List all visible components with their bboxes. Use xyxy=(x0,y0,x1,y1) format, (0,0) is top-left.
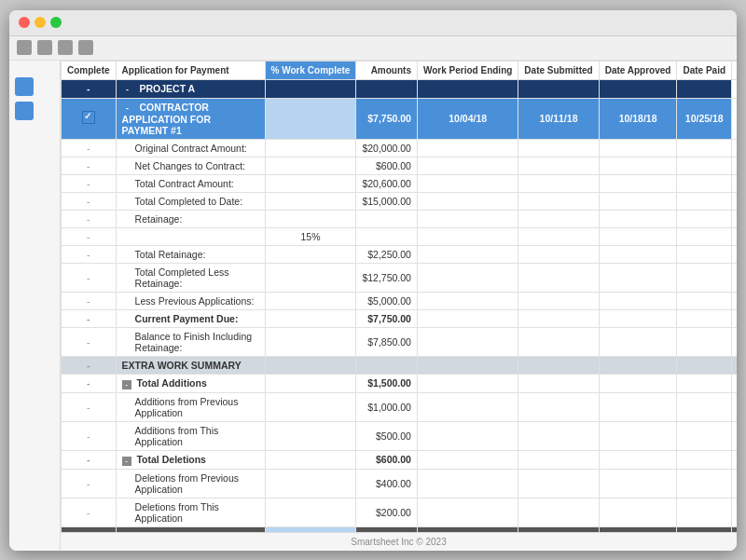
project-a-complete: - xyxy=(62,79,117,98)
d6-complete: - xyxy=(62,227,117,245)
left-sidebar xyxy=(9,61,61,551)
td-dp xyxy=(677,450,732,469)
d8-complete: - xyxy=(62,263,117,292)
d1-complete: - xyxy=(62,139,117,157)
ap-dp xyxy=(677,392,732,421)
ap-wp xyxy=(417,392,518,421)
d9-label: Less Previous Applications: xyxy=(116,292,265,309)
ta-expand-icon[interactable]: - xyxy=(122,380,131,389)
dp-amount: $400.00 xyxy=(356,469,418,498)
d1-label: Original Contract Amount: xyxy=(116,139,265,157)
d3-label: Total Contract Amount: xyxy=(116,174,265,192)
d9-amount: $5,000.00 xyxy=(356,292,418,309)
ap-ds xyxy=(518,392,599,421)
d3-wp xyxy=(417,174,518,192)
d8-ds xyxy=(518,263,599,292)
dt-amount: $200.00 xyxy=(356,498,418,526)
contractor1-date-sub: 10/11/18 xyxy=(518,98,599,139)
d9-complete: - xyxy=(62,292,117,309)
d10-dp xyxy=(677,309,732,327)
d4-pct xyxy=(265,192,356,210)
header-amounts: Amounts xyxy=(356,61,418,79)
dt-own xyxy=(732,498,737,526)
d9-ds xyxy=(518,292,599,309)
project-a-owner xyxy=(732,79,737,98)
d10-own xyxy=(732,309,737,327)
d1-pct xyxy=(265,139,356,157)
minimize-button[interactable] xyxy=(35,17,46,28)
toolbar-icon-2[interactable] xyxy=(37,40,52,55)
detail-row-total-retainage: - Total Retainage: $2,250.00 xyxy=(62,245,738,263)
d5-amount xyxy=(356,210,418,227)
project-a-date-appr xyxy=(599,79,677,98)
dt-da xyxy=(599,498,677,526)
table-wrapper[interactable]: Complete Application for Payment % Work … xyxy=(61,61,737,532)
d5-dp xyxy=(677,210,732,227)
at-own xyxy=(732,421,737,450)
deletions-this-row: - Deletions from This Application $200.0… xyxy=(62,498,738,526)
toolbar-icon-3[interactable] xyxy=(58,40,73,55)
contractor1-expand-icon[interactable]: - xyxy=(122,102,133,114)
dp-ds xyxy=(518,469,599,498)
d9-dp xyxy=(677,292,732,309)
dt-label: Deletions from This Application xyxy=(116,498,265,526)
maximize-button[interactable] xyxy=(50,17,62,28)
dp-da xyxy=(599,469,677,498)
d1-da xyxy=(599,139,677,157)
toolbar-icons xyxy=(17,40,93,55)
d8-dp xyxy=(677,263,732,292)
d3-dp xyxy=(677,174,732,192)
globe-icon[interactable] xyxy=(15,77,34,96)
dt-dp xyxy=(677,498,732,526)
deletions-prev-row: - Deletions from Previous Application $4… xyxy=(62,469,738,498)
td-expand-icon[interactable]: - xyxy=(122,457,131,466)
ap-label: Additions from Previous Application xyxy=(116,392,265,421)
detail-row-current-payment: - Current Payment Due: $7,750.00 xyxy=(62,309,738,327)
d7-pct xyxy=(265,245,356,263)
dt-wp xyxy=(417,498,518,526)
d10-ds xyxy=(518,309,599,327)
d3-ds xyxy=(518,174,599,192)
detail-row-original: - Original Contract Amount: $20,000.00 xyxy=(62,139,738,157)
d9-own xyxy=(732,292,737,309)
ta-dp xyxy=(677,374,732,392)
chat-icon[interactable] xyxy=(15,102,34,120)
d8-own xyxy=(732,263,737,292)
at-complete: - xyxy=(62,421,117,450)
project-a-name: PROJECT A xyxy=(139,83,195,94)
d4-da xyxy=(599,192,677,210)
d2-wp xyxy=(417,157,518,174)
d1-wp xyxy=(417,139,518,157)
header-work-period-ending: Work Period Ending xyxy=(417,61,518,79)
d2-dp xyxy=(677,157,732,174)
ta-ds xyxy=(518,374,599,392)
td-own xyxy=(732,450,737,469)
d7-dp xyxy=(677,245,732,263)
main-table: Complete Application for Payment % Work … xyxy=(61,61,737,532)
ta-da xyxy=(599,374,677,392)
project-a-label: - PROJECT A xyxy=(116,79,265,98)
toolbar-icon-1[interactable] xyxy=(17,40,32,55)
d10-da xyxy=(599,309,677,327)
ew-h-dp xyxy=(677,356,732,374)
td-name: Total Deletions xyxy=(136,454,205,465)
d4-amount: $15,000.00 xyxy=(356,192,418,210)
d1-dp xyxy=(677,139,732,157)
d7-label: Total Retainage: xyxy=(116,245,265,263)
ap-amount: $1,000.00 xyxy=(356,392,418,421)
detail-row-less-prev-apps: - Less Previous Applications: $5,000.00 xyxy=(62,292,738,309)
toolbar-icon-4[interactable] xyxy=(78,40,93,55)
dt-ds xyxy=(518,498,599,526)
project-a-expand-icon[interactable]: - xyxy=(122,84,133,95)
d10-wp xyxy=(417,309,518,327)
contractor1-wp-end: 10/04/18 xyxy=(417,98,518,139)
contractor1-owner: Owner xyxy=(732,98,737,139)
ew-h-ds xyxy=(518,356,599,374)
detail-row-net-changes-contract: - Net Changes to Contract: $600.00 xyxy=(62,157,738,174)
extra-work-header-row: - EXTRA WORK SUMMARY xyxy=(62,356,738,374)
contractor1-checkbox[interactable] xyxy=(82,111,95,124)
close-button[interactable] xyxy=(19,17,30,28)
td-ds xyxy=(518,450,599,469)
traffic-lights xyxy=(19,17,62,28)
dp-dp xyxy=(677,469,732,498)
